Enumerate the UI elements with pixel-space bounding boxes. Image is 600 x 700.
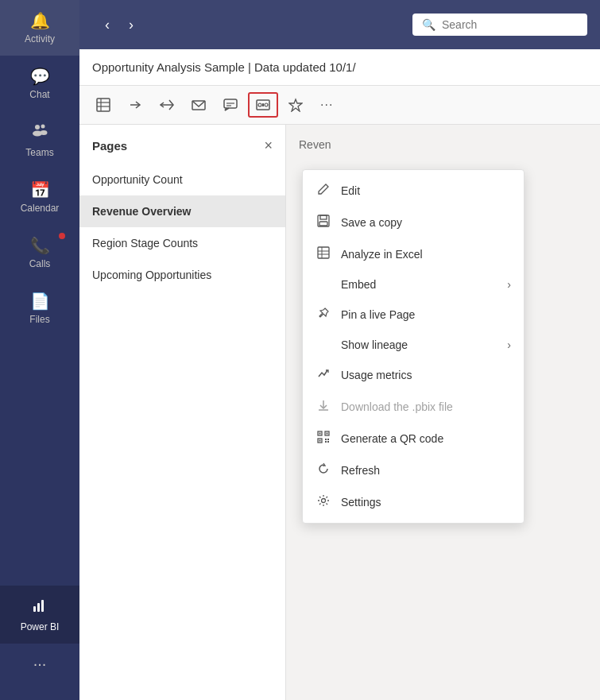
teams-icon [31,122,48,144]
body-area: Pages × Opportunity Count Revenue Overvi… [79,125,600,700]
favorite-button[interactable] [281,93,310,117]
sidebar-item-label: Calendar [21,203,60,214]
svg-rect-4 [33,606,36,612]
calls-icon: 📞 [30,236,50,255]
mail-icon [192,98,206,112]
menu-item-label: Analyze in Excel [341,248,423,261]
page-item-opportunity-count[interactable]: Opportunity Count [79,164,285,195]
more-options-button[interactable]: ··· [313,93,340,117]
menu-item-usage-metrics[interactable]: Usage metrics [303,359,524,391]
menu-item-analyze-excel[interactable]: Analyze in Excel [303,238,524,270]
menu-item-label: Download the .pbix file [341,400,453,413]
files-icon: 📄 [30,292,50,311]
calendar-icon: 📅 [30,180,50,199]
svg-point-18 [258,103,261,106]
table-view-button[interactable] [89,93,118,117]
sidebar-item-activity[interactable]: 🔔 Activity [0,0,79,56]
sidebar-item-label: Files [29,314,49,325]
qr-code-icon [315,431,331,447]
svg-rect-34 [319,433,321,435]
sidebar-item-calendar[interactable]: 📅 Calendar [0,169,79,225]
menu-item-save-copy[interactable]: Save a copy [303,207,524,238]
menu-item-label: Save a copy [341,216,402,229]
menu-item-settings[interactable]: Settings [303,486,524,518]
star-icon [288,98,303,112]
menu-item-label: Show lineage [341,338,408,351]
page-item-revenue-overview[interactable]: Revenue Overview [79,195,285,227]
dropdown-menu: Edit Save a copy Analyze in Excel [302,169,525,524]
menu-item-pin-live[interactable]: Pin a live Page [303,299,524,331]
svg-rect-25 [318,247,329,258]
pages-close-button[interactable]: × [264,137,273,154]
refresh-icon [315,462,331,478]
svg-rect-38 [327,439,329,440]
topbar: ‹ › 🔍 [79,0,600,49]
sidebar: 🔔 Activity 💬 Chat Teams 📅 Calendar 📞 [0,0,79,700]
table-icon [96,98,110,112]
sidebar-item-chat[interactable]: 💬 Chat [0,56,79,111]
svg-rect-6 [41,600,44,612]
menu-item-label: Edit [341,184,360,197]
notification-dot [59,233,65,239]
page-item-region-stage-counts[interactable]: Region Stage Counts [79,227,285,259]
svg-rect-39 [325,441,327,443]
share-icon [160,98,174,112]
sidebar-item-teams[interactable]: Teams [0,111,79,169]
svg-point-3 [41,130,48,135]
search-icon: 🔍 [422,18,435,31]
menu-item-show-lineage[interactable]: Show lineage › [303,331,524,359]
save-copy-icon [315,215,331,230]
sidebar-item-label: Chat [29,89,49,100]
svg-point-41 [322,499,326,503]
toolbar: ··· [79,86,600,125]
menu-item-embed[interactable]: Embed › [303,270,524,299]
menu-item-label: Embed [341,278,376,291]
sidebar-item-label: Teams [25,147,53,158]
svg-rect-37 [325,439,327,440]
svg-point-19 [265,103,268,106]
menu-item-download-pbix: Download the .pbix file [303,391,524,423]
preview-label: Reven [299,138,331,151]
svg-point-0 [35,125,40,130]
search-box[interactable]: 🔍 [412,14,587,36]
powerbi-icon [31,597,48,618]
download-icon [315,399,331,415]
sidebar-item-files[interactable]: 📄 Files [0,280,79,336]
comment-icon [223,98,238,112]
search-input[interactable] [442,18,578,31]
svg-rect-23 [320,215,327,219]
forward-button[interactable]: › [122,14,140,37]
page-item-upcoming-opportunities[interactable]: Upcoming Opportunities [79,259,285,291]
svg-marker-21 [289,99,302,111]
chat-icon: 💬 [30,67,50,86]
share-button[interactable] [153,93,181,117]
pages-header: Pages × [79,137,285,164]
navigate-icon [128,98,142,112]
pages-panel-title: Pages [92,139,127,153]
navigation-arrows: ‹ › [99,14,140,37]
page-title: Opportunity Analysis Sample | Data updat… [92,60,356,74]
menu-item-qr-code[interactable]: Generate a QR code [303,423,524,454]
embed-icon [256,98,270,112]
activity-icon: 🔔 [30,11,50,30]
analyze-excel-icon [315,246,331,262]
comment-button[interactable] [216,93,245,117]
mail-button[interactable] [184,93,213,117]
svg-rect-36 [319,440,321,442]
svg-rect-20 [262,103,264,106]
sidebar-item-calls[interactable]: 📞 Calls [0,225,79,280]
menu-item-label: Generate a QR code [341,432,443,445]
menu-item-edit[interactable]: Edit [303,175,524,207]
embed-button[interactable] [248,92,278,118]
sidebar-item-label: Calls [29,258,51,269]
sidebar-item-powerbi[interactable]: Power BI [0,586,79,644]
edit-icon [315,183,331,199]
svg-rect-7 [97,99,110,111]
navigate-button[interactable] [121,93,149,117]
back-button[interactable]: ‹ [99,14,116,37]
more-apps-button[interactable]: ··· [0,644,79,684]
menu-item-label: Refresh [341,464,380,477]
svg-rect-40 [327,441,329,443]
sidebar-item-label: Activity [25,33,55,44]
menu-item-refresh[interactable]: Refresh [303,454,524,486]
